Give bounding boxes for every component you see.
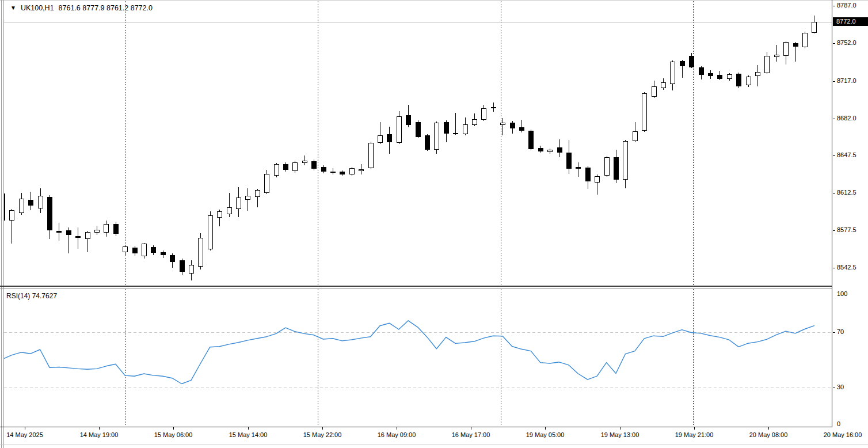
bull-candle-body [218,212,222,218]
price-tick-label: 8752.0 [837,39,856,46]
candle [265,170,269,194]
candle [775,45,779,62]
time-axis-tick [768,427,769,430]
price-tick-label: 8787.0 [837,2,856,9]
candle [576,162,581,177]
bear-candle-body [567,153,572,169]
main-chart-panel[interactable]: ▼ UK100,H1 8761.6 8777.9 8761.2 8772.0 [4,1,832,286]
candle [284,162,288,172]
rsi-tick-label: 100 [837,290,847,297]
bull-candle-body [548,150,553,152]
current-price-tag: 8772.0 [833,17,868,26]
bull-candle-body [633,132,638,141]
time-axis-tick [248,427,249,430]
candle [104,221,109,237]
rsi-tick-label: 30 [837,384,844,390]
time-axis[interactable]: 14 May 202514 May 19:0015 May 06:0015 Ma… [0,427,868,445]
candle [180,259,185,275]
candle [652,81,657,98]
bear-candle-body [387,135,392,142]
candle [39,188,43,213]
bull-candle-body [86,233,90,239]
bear-candle-body [151,248,156,253]
time-axis-tick [173,427,174,430]
bull-candle-body [501,123,505,125]
candle [95,226,100,235]
symbol-dropdown-icon[interactable]: ▼ [10,5,16,11]
left-splitter-line[interactable] [1,0,2,448]
candle [199,233,203,269]
time-tick-label: 19 May 05:00 [526,431,565,438]
bull-candle-body [369,143,374,168]
axis-tick [833,332,835,333]
bear-candle-body [180,261,185,272]
bear-candle-body [454,134,458,134]
axis-tick [833,230,835,231]
bear-candle-body [340,172,345,174]
bear-candle-body [57,231,62,233]
price-axis[interactable]: 8787.08752.08717.08682.08647.58612.58577… [832,0,868,427]
panel-separator[interactable] [0,286,832,287]
time-tick-label: 15 May 06:00 [154,431,193,438]
candle [331,168,336,174]
bear-candle-body [680,62,685,66]
bull-candle-body [397,117,402,143]
candle [595,174,600,195]
candle [737,73,741,88]
bear-candle-body [576,168,581,169]
bull-candle-body [482,109,486,120]
time-axis-tick [545,427,546,430]
bear-candle-body [29,200,33,206]
bull-candle-body [473,120,477,125]
candle [406,105,411,127]
candle [133,246,138,256]
axis-tick [833,268,835,268]
bull-candle-body [246,196,250,200]
bear-candle-body [520,128,524,131]
bull-candle-body [303,161,307,163]
bull-candle-body [378,136,383,143]
bull-candle-body [765,56,770,73]
candle [812,16,817,33]
bull-candle-body [463,125,468,134]
axis-tick [833,388,835,388]
candle [661,78,666,90]
candle [747,75,751,87]
bear-candle-body [416,123,421,137]
rsi-chart[interactable] [4,289,832,427]
time-tick-label: 19 May 13:00 [601,431,639,438]
time-axis-tick [694,427,695,430]
bull-candle-body [95,230,100,233]
bull-candle-body [747,77,751,85]
bear-candle-body [709,74,713,76]
candle [642,92,647,132]
bear-candle-body [718,75,722,79]
candle [20,193,24,215]
candle [387,127,392,154]
bear-candle-body [539,149,543,151]
candlestick-chart[interactable] [4,1,832,286]
time-tick-label: 20 May 16:00 [824,431,862,438]
bull-candle-body [775,55,779,57]
price-tick-label: 8682.0 [837,115,856,122]
bear-candle-body [4,194,5,221]
bear-candle-body [406,116,411,125]
candle [709,70,713,79]
candle [567,140,572,174]
time-tick-label: 14 May 19:00 [80,431,119,438]
candle [123,245,128,255]
candle [397,111,402,144]
candle [161,250,166,258]
bull-candle-body [812,22,817,33]
bull-candle-body [275,165,279,176]
bull-candle-body [671,62,675,84]
rsi-panel[interactable]: RSI(14) 74.7627 [4,289,832,427]
candle [170,253,175,268]
bear-candle-body [737,74,741,86]
bear-candle-body [114,225,119,234]
time-axis-line [0,427,832,427]
candle [511,121,515,134]
candle [492,102,496,112]
bear-candle-body [425,136,430,150]
candle [293,161,298,173]
